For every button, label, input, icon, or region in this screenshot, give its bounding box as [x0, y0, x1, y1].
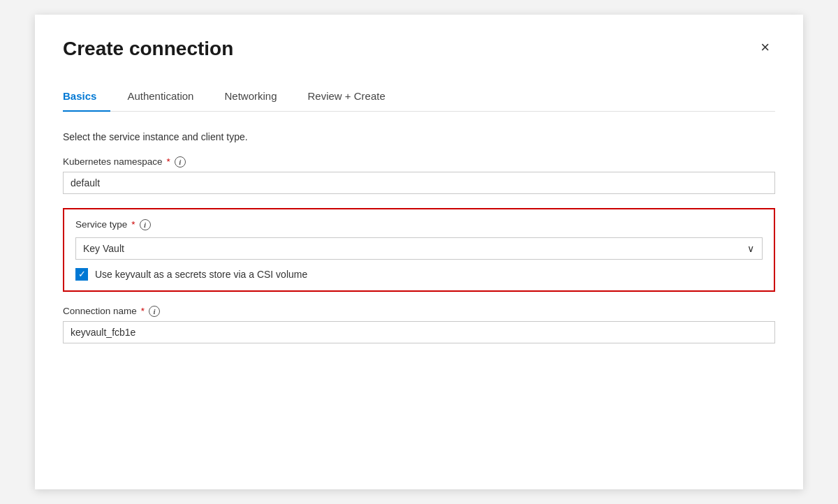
tab-review-create[interactable]: Review + Create [307, 83, 399, 112]
kubernetes-namespace-info-icon[interactable]: i [175, 156, 186, 168]
connection-name-group: Connection name * i [63, 306, 775, 343]
service-type-required: * [131, 219, 135, 230]
csi-checkbox[interactable]: ✓ [75, 268, 88, 281]
tab-basics[interactable]: Basics [63, 83, 110, 112]
connection-name-required: * [141, 306, 145, 316]
kubernetes-namespace-label: Kubernetes namespace * i [63, 156, 775, 168]
csi-checkbox-label: Use keyvault as a secrets store via a CS… [95, 269, 307, 280]
dialog-title: Create connection [63, 37, 233, 61]
tab-authentication[interactable]: Authentication [127, 83, 207, 112]
service-type-box: Service type * i Key Vault ∨ ✓ Use keyva… [63, 208, 775, 292]
csi-checkbox-row: ✓ Use keyvault as a secrets store via a … [75, 268, 763, 281]
service-type-label: Service type * i [75, 219, 763, 230]
kubernetes-namespace-group: Kubernetes namespace * i [63, 156, 775, 194]
section-description: Select the service instance and client t… [63, 131, 775, 142]
connection-name-label: Connection name * i [63, 306, 775, 317]
connection-name-info-icon[interactable]: i [149, 306, 160, 317]
tabs-nav: Basics Authentication Networking Review … [63, 83, 775, 112]
create-connection-dialog: Create connection × Basics Authenticatio… [35, 15, 803, 489]
connection-name-input[interactable] [63, 321, 775, 343]
check-icon: ✓ [78, 269, 86, 279]
kubernetes-namespace-input[interactable] [63, 172, 775, 194]
service-type-select[interactable]: Key Vault [75, 237, 763, 260]
close-button[interactable]: × [755, 37, 775, 58]
required-indicator: * [167, 156, 170, 167]
service-type-info-icon[interactable]: i [140, 219, 151, 230]
service-type-select-wrapper: Key Vault ∨ [75, 237, 763, 260]
tab-networking[interactable]: Networking [224, 83, 291, 112]
dialog-header: Create connection × [63, 37, 775, 61]
